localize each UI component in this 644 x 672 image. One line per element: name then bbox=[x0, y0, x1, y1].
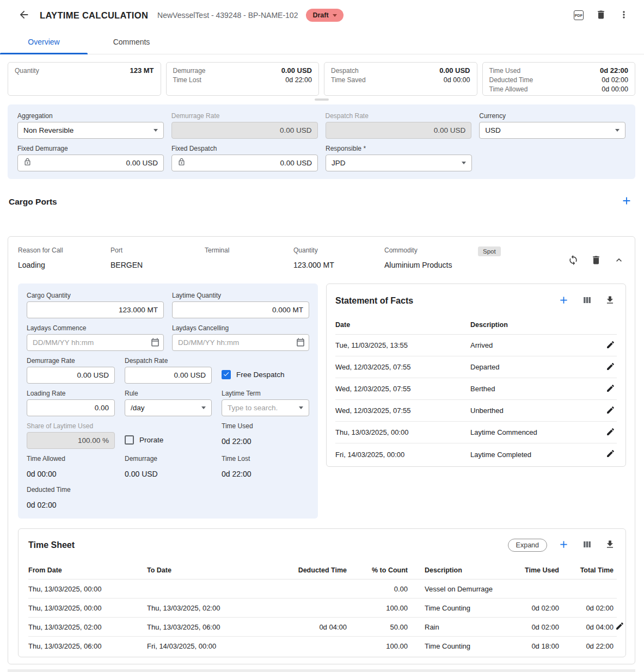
pct-to-count-cell: 100.00 bbox=[347, 604, 408, 612]
prorate-label: Prorate bbox=[139, 436, 163, 444]
port-label: Port bbox=[111, 246, 205, 254]
tab-comments-label: Comments bbox=[113, 38, 150, 46]
responsible-select[interactable]: JPD bbox=[326, 155, 472, 171]
calendar-icon bbox=[150, 341, 160, 349]
edit-sof-row-button[interactable] bbox=[604, 404, 617, 418]
quantity-card: Quantity123 MT bbox=[8, 62, 161, 96]
add-cargo-port-button[interactable] bbox=[619, 193, 634, 210]
time-used-cell: 0d 18:00 bbox=[521, 642, 559, 650]
calculation-settings-panel: Aggregation Non Reversible Demurrage Rat… bbox=[8, 104, 635, 179]
to-date-cell: Thu, 13/03/2025, 02:00 bbox=[147, 604, 275, 612]
expand-button[interactable]: Expand bbox=[508, 539, 547, 552]
free-despatch-checkbox[interactable] bbox=[222, 370, 231, 379]
from-date-cell: Thu, 13/03/2025, 00:00 bbox=[28, 585, 147, 593]
back-arrow-icon bbox=[18, 9, 30, 22]
laydays-commence-label: Laydays Commence bbox=[27, 324, 164, 332]
export-pdf-button[interactable]: PDF bbox=[572, 9, 585, 22]
back-button[interactable] bbox=[16, 7, 32, 24]
time-lost-label: Time Lost bbox=[173, 76, 201, 84]
port-quantity-value: 123.000 MT bbox=[293, 261, 384, 269]
tab-comments[interactable]: Comments bbox=[88, 30, 175, 54]
rule-value: /day bbox=[131, 404, 145, 412]
currency-value: USD bbox=[485, 126, 501, 134]
sof-date-column-header: Date bbox=[335, 321, 470, 329]
sof-download-button[interactable] bbox=[603, 293, 617, 309]
statement-of-facts-panel: Statement of Facts bbox=[326, 283, 626, 467]
fixed-demurrage-label: Fixed Demurrage bbox=[17, 145, 164, 152]
cargo-quantity-input[interactable] bbox=[27, 301, 164, 318]
laytime-calculation-page: LAYTIME CALCULATION NewVesselTest - 4392… bbox=[0, 0, 644, 672]
status-badge[interactable]: Draft bbox=[306, 9, 343, 22]
port-deducted-time-value: 0d 02:00 bbox=[27, 501, 115, 509]
port-time-used-label: Time Used bbox=[222, 422, 309, 430]
laydays-cancelling-label: Laydays Cancelling bbox=[172, 324, 309, 332]
port-demurrage-rate-input[interactable] bbox=[27, 367, 115, 384]
laydays-cancelling-calendar-button[interactable] bbox=[296, 337, 305, 349]
currency-select[interactable]: USD bbox=[479, 122, 625, 139]
despatch-rate-input bbox=[326, 122, 472, 139]
deducted-time-value: 0d 02:00 bbox=[602, 76, 628, 84]
sync-icon bbox=[568, 255, 579, 267]
time-sheet-columns-button[interactable] bbox=[580, 538, 594, 553]
time-used-column-header: Time Used bbox=[521, 566, 559, 574]
collapse-port-button[interactable] bbox=[612, 253, 626, 269]
despatch-rate-label: Despatch Rate bbox=[326, 112, 472, 120]
laytime-term-search-select[interactable]: Type to search. bbox=[222, 399, 309, 416]
sof-row: Thu, 13/03/2025, 00:00 Laytime Commenced bbox=[335, 422, 617, 443]
sof-table-header: Date Description bbox=[335, 316, 617, 335]
from-date-cell: Thu, 13/03/2025, 00:00 bbox=[28, 604, 147, 612]
edit-sof-row-button[interactable] bbox=[604, 360, 617, 374]
laytime-quantity-input[interactable] bbox=[172, 301, 309, 318]
tab-overview[interactable]: Overview bbox=[0, 30, 88, 54]
laydays-commence-calendar-button[interactable] bbox=[150, 337, 160, 349]
pencil-icon bbox=[606, 449, 615, 460]
page-title: LAYTIME CALCULATION bbox=[40, 10, 148, 21]
fixed-despatch-input[interactable]: 0.00 USD bbox=[171, 155, 318, 171]
laydays-cancelling-input[interactable] bbox=[172, 334, 309, 351]
add-time-sheet-row-button[interactable] bbox=[556, 537, 571, 553]
port-despatch-rate-label: Despatch Rate bbox=[125, 357, 212, 365]
more-options-button[interactable] bbox=[617, 8, 631, 23]
aggregation-select[interactable]: Non Reversible bbox=[17, 122, 164, 139]
responsible-value: JPD bbox=[332, 159, 346, 167]
edit-sof-row-button[interactable] bbox=[604, 338, 617, 353]
delete-port-button[interactable] bbox=[589, 253, 603, 269]
sof-columns-button[interactable] bbox=[580, 293, 594, 309]
port-demurrage-value: 0.00 USD bbox=[125, 470, 212, 478]
cargo-port-actions bbox=[566, 253, 626, 269]
rule-select[interactable]: /day bbox=[125, 399, 212, 416]
recalculate-button[interactable] bbox=[566, 253, 580, 269]
quantity-value: 123 MT bbox=[130, 66, 154, 75]
port-despatch-rate-input[interactable] bbox=[125, 367, 212, 384]
edit-time-sheet-row-button[interactable] bbox=[614, 620, 626, 634]
pencil-icon bbox=[606, 340, 615, 351]
port-time-allowed-value: 0d 00:00 bbox=[27, 470, 115, 478]
edit-sof-row-button[interactable] bbox=[604, 447, 617, 461]
cargo-port-header: Reason for Call Loading Port BERGEN Term… bbox=[18, 246, 626, 269]
summary-cards: Quantity123 MT Demurrage0.00 USD Time Lo… bbox=[8, 62, 635, 96]
sof-date-cell: Wed, 12/03/2025, 07:55 bbox=[335, 385, 470, 393]
time-lost-value: 0d 22:00 bbox=[285, 76, 312, 84]
fixed-demurrage-input[interactable]: 0.00 USD bbox=[17, 155, 164, 171]
plus-icon bbox=[558, 539, 569, 552]
total-time-column-header: Total Time bbox=[559, 566, 614, 574]
time-allowed-value: 0d 00:00 bbox=[602, 85, 628, 93]
port-demurrage-label: Demurrage bbox=[125, 455, 212, 463]
edit-sof-row-button[interactable] bbox=[604, 382, 617, 396]
status-badge-label: Draft bbox=[312, 11, 328, 19]
laydays-commence-input[interactable] bbox=[27, 334, 164, 351]
sof-row: Wed, 12/03/2025, 07:55 Berthed bbox=[335, 378, 617, 400]
pencil-icon bbox=[606, 427, 615, 438]
fixed-demurrage-value: 0.00 USD bbox=[126, 159, 158, 167]
delete-calculation-button[interactable] bbox=[594, 8, 608, 23]
time-sheet-download-button[interactable] bbox=[603, 538, 617, 553]
add-sof-event-button[interactable] bbox=[556, 293, 571, 309]
sof-date-cell: Fri, 14/03/2025, 00:00 bbox=[335, 451, 470, 459]
loading-rate-input[interactable] bbox=[27, 399, 115, 416]
from-date-column-header: From Date bbox=[28, 566, 147, 574]
edit-sof-row-button[interactable] bbox=[604, 426, 617, 440]
prorate-checkbox[interactable] bbox=[125, 435, 134, 445]
deducted-time-column-header: Deducted Time bbox=[275, 566, 347, 574]
panel-resize-handle[interactable] bbox=[315, 98, 329, 101]
port-time-allowed-label: Time Allowed bbox=[27, 455, 115, 463]
